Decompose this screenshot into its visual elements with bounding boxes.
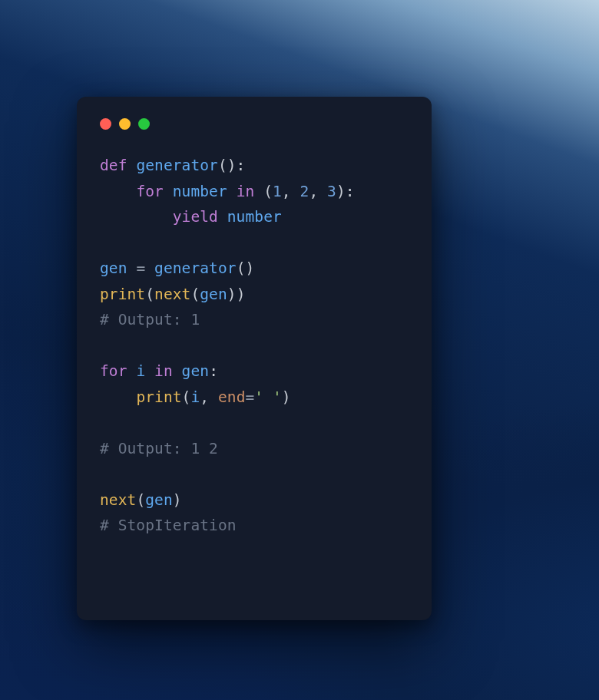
code-line-14: next(gen) [100, 491, 182, 509]
code-line-10: print(i, end=' ') [100, 388, 291, 406]
code-line-9: for i in gen: [100, 362, 218, 380]
close-icon[interactable] [100, 118, 111, 130]
code-line-15: # StopIteration [100, 517, 237, 534]
code-line-12: # Output: 1 2 [100, 440, 218, 457]
code-block: def generator(): for number in (1, 2, 3)… [100, 153, 409, 539]
zoom-icon[interactable] [138, 118, 150, 130]
minimize-icon[interactable] [119, 118, 131, 130]
code-line-5: gen = generator() [100, 259, 254, 277]
code-line-3: yield number [100, 208, 282, 226]
code-line-1: def generator(): [100, 157, 245, 174]
code-line-7: # Output: 1 [100, 311, 200, 329]
code-window: def generator(): for number in (1, 2, 3)… [77, 97, 432, 620]
window-controls [100, 118, 409, 130]
code-line-6: print(next(gen)) [100, 286, 245, 303]
code-line-2: for number in (1, 2, 3): [100, 183, 355, 200]
